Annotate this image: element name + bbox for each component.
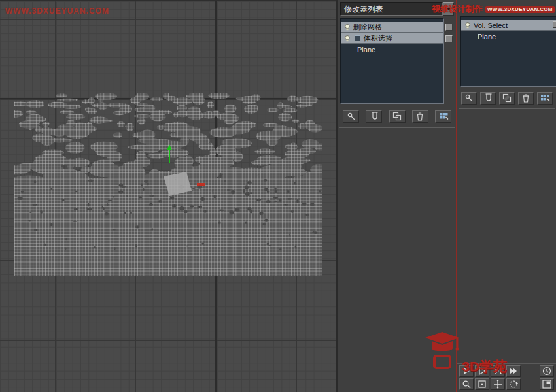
remove-modifier-icon[interactable] — [412, 110, 428, 123]
modifier-label: 删除网格 — [353, 22, 382, 32]
stack-row-plane[interactable]: Plane — [341, 44, 443, 55]
show-end-result-icon[interactable] — [366, 110, 382, 123]
stack-row-vol-select[interactable]: Vol. Select — [461, 20, 556, 31]
logo-text: 3D学苑 — [462, 359, 507, 373]
stack-row-plane[interactable]: Plane — [461, 31, 556, 42]
stack-row-vol-select[interactable]: 体积选择 — [341, 33, 443, 44]
watermark-url-badge: WWW.3DXUEYUAN.COM — [485, 6, 555, 13]
lightbulb-icon[interactable] — [343, 24, 351, 31]
modifier-stack-secondary[interactable]: Vol. Select Plane — [460, 16, 556, 87]
remove-modifier-icon[interactable] — [518, 92, 534, 105]
make-unique-icon[interactable] — [389, 110, 406, 123]
pin-stack-icon[interactable] — [461, 92, 477, 105]
watermark-top-left: WWW.3DXUEYUAN.COM — [5, 7, 109, 16]
zoom-icon[interactable] — [459, 378, 474, 390]
zoom-extents-icon[interactable] — [475, 378, 489, 390]
make-unique-icon[interactable] — [499, 92, 515, 105]
watermark-top-right: 视维设计制作 WWW.3DXUEYUAN.COM — [432, 3, 556, 15]
stack-row-button[interactable] — [445, 24, 453, 31]
panel-divider — [339, 127, 455, 128]
lightbulb-icon[interactable] — [463, 22, 472, 29]
pin-stack-icon[interactable] — [343, 110, 359, 123]
modifier-cube-icon — [353, 35, 362, 42]
go-to-end-icon[interactable] — [506, 365, 521, 377]
modifier-label: Vol. Select — [474, 22, 508, 29]
show-end-result-icon[interactable] — [480, 92, 496, 105]
panel-divider — [459, 108, 555, 109]
configure-modifier-sets-icon[interactable] — [435, 110, 451, 123]
watermark-text: 视维设计制作 — [432, 3, 483, 15]
graduation-cap-icon — [424, 330, 460, 373]
min-max-toggle-icon[interactable] — [540, 378, 554, 390]
perspective-viewport[interactable]: WWW.3DXUEYUAN.COM — [0, 0, 336, 392]
object-label: Plane — [478, 33, 496, 41]
modifier-label: 体积选择 — [364, 33, 392, 43]
stack-row-button[interactable] — [445, 35, 453, 42]
pan-icon[interactable] — [491, 378, 505, 390]
stack-row-delete-mesh[interactable]: 删除网格 — [341, 22, 443, 33]
time-configuration-icon[interactable] — [540, 365, 554, 377]
configure-modifier-sets-icon[interactable] — [537, 92, 553, 105]
lightbulb-icon[interactable] — [343, 35, 351, 42]
watermark-logo: 3D学苑 — [424, 330, 507, 373]
modifier-stack-toolbar — [461, 91, 553, 105]
modifier-list-dropdown[interactable]: 修改器列表 — [340, 2, 443, 16]
modifier-list-label: 修改器列表 — [344, 5, 383, 14]
object-label: Plane — [357, 46, 375, 54]
modifier-stack[interactable]: 删除网格 体积选择 Plane — [340, 18, 444, 104]
modifier-stack-toolbar — [343, 110, 451, 123]
plane-object[interactable] — [14, 93, 322, 276]
orbit-icon[interactable] — [506, 378, 521, 390]
stack-row-button[interactable] — [553, 21, 556, 28]
